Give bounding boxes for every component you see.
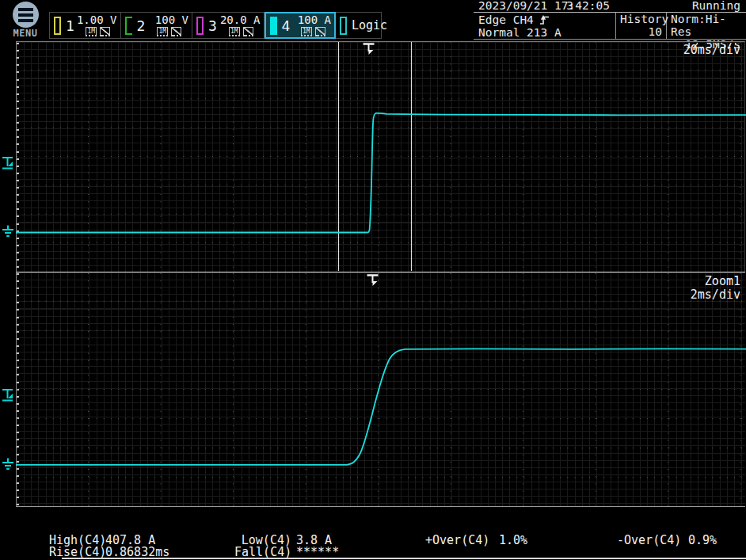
logic-state-icon [340, 17, 347, 35]
acquisition-count: 3 [553, 0, 573, 12]
meas-rise-label: Rise(C4) [49, 547, 106, 558]
history-value: 10 [616, 25, 666, 38]
meas-fall-label: Fall(C4) [234, 547, 291, 558]
rising-edge-icon [539, 14, 550, 25]
trigger-settings-box[interactable]: Edge CH4 Normal 213 A [474, 13, 616, 39]
hamburger-icon [13, 2, 39, 28]
menu-button[interactable]: MENU [6, 2, 44, 38]
menu-label: MENU [6, 28, 44, 39]
main-timebase-label: 20ms/div [683, 44, 740, 56]
meas-pover-value: 1.0% [499, 535, 527, 547]
impedance-icon: 1M [157, 27, 168, 36]
zoom-trigger-level-icon[interactable] [2, 390, 13, 401]
logic-label: Logic [352, 18, 387, 32]
status-date-row: 2023/09/21 17:42:05 3 Running [474, 0, 746, 13]
probe-icon [243, 27, 253, 36]
channel-3-number: 3 [208, 17, 219, 34]
channel-2-block[interactable]: 2 100 V 1M [121, 12, 193, 39]
channel-4-block-selected[interactable]: 4 100 A 1M [265, 12, 337, 39]
status-area: 2023/09/21 17:42:05 3 Running Edge CH4 N… [474, 0, 746, 40]
channel-3-coupling-icon [196, 17, 204, 35]
impedance-icon: 1M [229, 27, 240, 36]
zoom-timebase-label: 2ms/div [691, 288, 740, 301]
probe-icon [100, 27, 110, 36]
channel-4-number: 4 [282, 17, 292, 34]
channel-1-scale: 1.00 V [77, 14, 117, 25]
datetime: 2023/09/21 17:42:05 [478, 0, 610, 12]
record-mode: Norm:Hi-Res [667, 13, 746, 38]
impedance-icon: 1M [301, 27, 312, 36]
run-state: Running [692, 0, 740, 12]
channel-1-number: 1 [66, 17, 76, 34]
meas-nover-value: 0.9% [688, 535, 717, 547]
main-trigger-level-icon[interactable] [2, 158, 13, 169]
oscilloscope-screen: MENU 1 1.00 V 1M 2 100 V 1M [0, 0, 746, 560]
main-ground-level-icon[interactable] [2, 226, 13, 237]
channel-4-coupling-icon [270, 17, 277, 35]
main-waveform-window [16, 41, 745, 272]
channel-bar: 1 1.00 V 1M 2 100 V 1M 3 [49, 12, 382, 39]
probe-icon [171, 27, 181, 36]
zoom-ground-level-icon[interactable] [2, 459, 13, 470]
zoom-left-scale-ticks [17, 273, 19, 505]
channel-1-block[interactable]: 1 1.00 V 1M [49, 12, 121, 39]
logic-block[interactable]: Logic [336, 12, 382, 39]
main-left-scale-ticks [17, 43, 19, 271]
channel-3-block[interactable]: 3 20.0 A 1M [192, 12, 265, 39]
meas-rise-value: 0.86832ms [105, 547, 169, 558]
record-mode-box[interactable]: Norm:Hi-Res 12.5MS/s [667, 13, 746, 39]
meas-pover-label: +Over(C4) [425, 535, 489, 547]
channel-2-number: 2 [137, 17, 147, 34]
channel-2-scale: 100 V [155, 14, 188, 25]
trigger-level: Normal 213 A [478, 26, 615, 39]
channel-3-scale: 20.0 A [220, 14, 261, 25]
impedance-icon: 1M [86, 27, 97, 36]
meas-fall-value: ****** [296, 547, 339, 558]
channel-4-scale: 100 A [298, 14, 331, 25]
channel-1-coupling-icon [54, 17, 61, 35]
channel-2-coupling-icon [125, 17, 132, 35]
history-box[interactable]: History 10 [616, 13, 667, 39]
trigger-mode: Edge CH4 [478, 13, 534, 26]
bottom-separator [62, 558, 746, 559]
zoom-window-title: Zoom1 [705, 275, 740, 288]
meas-nover-label: -Over(C4) [617, 535, 681, 547]
probe-icon [315, 27, 325, 36]
history-label: History [616, 13, 666, 25]
zoom-waveform-window [16, 272, 745, 507]
